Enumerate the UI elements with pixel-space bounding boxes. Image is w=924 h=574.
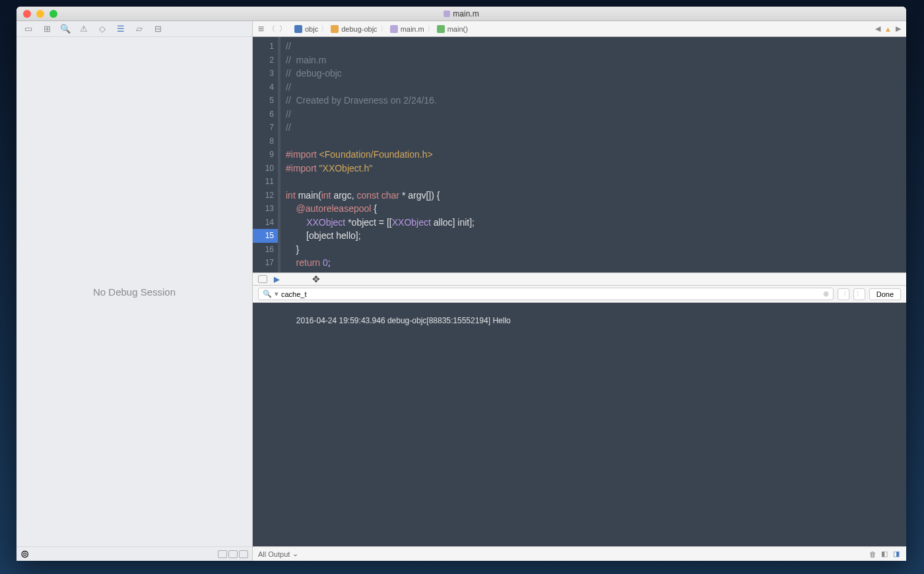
line-number[interactable]: 4	[253, 80, 278, 94]
jump-path: objc〉debug-objc〉main.m〉main()	[292, 24, 471, 34]
back-icon[interactable]: 〈	[268, 24, 275, 34]
line-number[interactable]: 11	[253, 175, 278, 189]
console-output[interactable]: 2016-04-24 19:59:43.946 debug-objc[88835…	[253, 303, 906, 546]
jump-segment[interactable]: main()	[434, 25, 471, 33]
output-filter[interactable]: All Output	[258, 550, 290, 558]
navigator-sidebar: ▭ ⊞ 🔍 ⚠ ◇ ☰ ▱ ⊟ No Debug Session ⊚	[16, 21, 253, 561]
panel-right-icon[interactable]: ◨	[892, 550, 901, 559]
code-area[interactable]: //// main.m// debug-objc//// Created by …	[280, 37, 906, 272]
code-line: // debug-objc	[286, 67, 901, 80]
panel-left-icon[interactable]: ◧	[880, 550, 889, 559]
minimize-button[interactable]	[36, 10, 44, 18]
code-line: return 0;	[286, 256, 901, 270]
line-number[interactable]: 14	[253, 216, 278, 230]
zoom-button[interactable]	[50, 10, 57, 18]
window-title: main.m	[16, 9, 906, 18]
symbol-nav-icon[interactable]: ⊞	[42, 24, 52, 34]
toggle-debug-icon[interactable]	[258, 275, 267, 283]
line-gutter: 12345678910111213141516171819	[253, 37, 280, 272]
close-button[interactable]	[23, 10, 31, 18]
code-line: int main(int argc, const char * argv[]) …	[286, 189, 901, 203]
find-prev-button[interactable]: 〈	[838, 288, 849, 300]
code-line: #import <Foundation/Foundation.h>	[286, 148, 901, 162]
find-nav-icon[interactable]: 🔍	[60, 24, 71, 34]
debug-nav-icon[interactable]: ☰	[116, 24, 126, 34]
line-number[interactable]: 1	[253, 40, 278, 53]
code-line: }	[286, 243, 901, 257]
project-nav-icon[interactable]: ▭	[23, 24, 34, 34]
code-line: //	[286, 121, 901, 135]
chevron-icon: 〉	[427, 24, 434, 34]
jump-bar: ⊞ 〈 〉 objc〉debug-objc〉main.m〉main() ◀ ▲ …	[253, 21, 906, 37]
m-icon	[390, 25, 398, 33]
code-line: XXObject *object = [[XXObject alloc] ini…	[286, 216, 901, 230]
trash-icon[interactable]: 🗑	[868, 550, 877, 559]
panel-toggle-3[interactable]	[239, 550, 248, 558]
sidebar-toggle	[218, 550, 248, 558]
chevron-icon: 〉	[321, 24, 328, 34]
line-number[interactable]: 10	[253, 162, 278, 175]
report-nav-icon[interactable]: ⊟	[152, 24, 163, 34]
filter-chevron-icon[interactable]: ⌄	[292, 550, 298, 558]
code-line: // Created by Draveness on 2/24/16.	[286, 94, 901, 108]
code-line: #import "XXObject.h"	[286, 162, 901, 175]
jump-label: main.m	[401, 25, 424, 33]
line-number[interactable]: 7	[253, 121, 278, 135]
proj-icon	[294, 25, 302, 33]
jump-segment[interactable]: objc	[292, 25, 321, 33]
code-line: // main.m	[286, 53, 901, 67]
editor-pane: ⊞ 〈 〉 objc〉debug-objc〉main.m〉main() ◀ ▲ …	[253, 21, 906, 561]
title-text: main.m	[453, 9, 478, 18]
test-nav-icon[interactable]: ◇	[97, 24, 108, 34]
next-issue-icon[interactable]: ▶	[896, 24, 901, 33]
line-number[interactable]: 9	[253, 148, 278, 162]
sidebar-footer: ⊚	[16, 546, 252, 561]
console-find-bar: 🔍 ▾ ⊗ 〈 〉 Done	[253, 286, 906, 303]
code-line: [object hello];	[286, 229, 901, 243]
jump-label: main()	[447, 25, 468, 33]
jump-segment[interactable]: debug-objc	[328, 25, 380, 33]
clear-search-icon[interactable]: ⊗	[823, 290, 829, 298]
done-button[interactable]: Done	[869, 288, 901, 300]
titlebar: main.m	[16, 7, 906, 21]
search-input[interactable]	[281, 290, 820, 298]
line-number[interactable]: 15	[253, 229, 278, 243]
fold-icon	[331, 25, 339, 33]
line-number[interactable]: 5	[253, 94, 278, 108]
navigator-tabs: ▭ ⊞ 🔍 ⚠ ◇ ☰ ▱ ⊟	[16, 21, 252, 37]
filter-icon[interactable]: ⊚	[20, 548, 29, 560]
issue-nav-icon[interactable]: ⚠	[79, 24, 89, 34]
breakpoint-nav-icon[interactable]: ▱	[134, 24, 145, 34]
breakpoint-toggle-icon[interactable]: ▶	[274, 275, 279, 284]
code-line: @autoreleasepool {	[286, 202, 901, 216]
panel-toggle-1[interactable]	[218, 550, 227, 558]
jump-segment[interactable]: main.m	[387, 25, 427, 33]
line-number[interactable]: 8	[253, 135, 278, 148]
chevron-icon: 〉	[380, 24, 387, 34]
line-number[interactable]: 16	[253, 243, 278, 257]
prev-issue-icon[interactable]: ◀	[875, 24, 880, 33]
jump-label: debug-objc	[341, 25, 377, 33]
line-number[interactable]: 3	[253, 67, 278, 80]
line-number[interactable]: 6	[253, 108, 278, 121]
line-number[interactable]: 12	[253, 189, 278, 203]
find-field[interactable]: 🔍 ▾ ⊗	[258, 288, 834, 300]
jump-label: objc	[305, 25, 318, 33]
fn-icon	[437, 25, 445, 33]
line-number[interactable]: 13	[253, 202, 278, 216]
related-items-icon[interactable]: ⊞	[258, 24, 264, 33]
code-line: //	[286, 108, 901, 121]
forward-icon[interactable]: 〉	[279, 24, 286, 34]
line-number[interactable]: 2	[253, 53, 278, 67]
warning-icon[interactable]: ▲	[884, 25, 892, 33]
variables-toolbar: ▶ ✥	[253, 272, 906, 286]
code-line: //	[286, 40, 901, 53]
code-line	[286, 135, 901, 148]
traffic-lights	[16, 10, 57, 18]
panel-toggle-2[interactable]	[228, 550, 238, 558]
xcode-window: main.m ▭ ⊞ 🔍 ⚠ ◇ ☰ ▱ ⊟ No Debug Session …	[16, 7, 906, 561]
line-number[interactable]: 17	[253, 256, 278, 270]
find-next-button[interactable]: 〉	[853, 288, 865, 300]
code-editor[interactable]: 12345678910111213141516171819 //// main.…	[253, 37, 906, 272]
code-line: //	[286, 80, 901, 94]
